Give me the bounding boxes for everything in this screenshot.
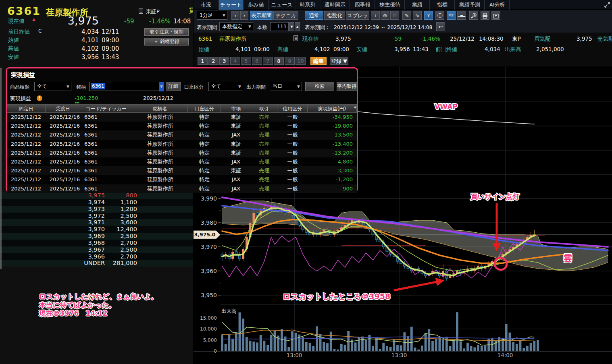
pnl-cell: 2025/12/16 — [46, 175, 80, 184]
export-window-icon[interactable] — [491, 11, 500, 20]
ladder-row[interactable]: 3,9741,100 — [0, 199, 193, 206]
info-field: 25/12/12 — [450, 35, 475, 42]
wrench-icon[interactable] — [469, 11, 478, 20]
preset-button-2[interactable]: 2 — [208, 57, 219, 65]
tab-歩み値[interactable]: 歩み値 — [244, 0, 269, 10]
tab-四季報[interactable]: 四季報 — [350, 0, 375, 10]
preset-button-1[interactable]: 1 — [198, 57, 208, 65]
pnl-column-header[interactable]: 銘柄名 — [132, 105, 188, 112]
svg-text:10,000: 10,000 — [200, 326, 217, 332]
scroll-up-icon[interactable]: ▲ — [354, 105, 356, 109]
display-period-button[interactable]: 表示期間 — [250, 11, 273, 20]
pnl-column-header[interactable]: 口座区分 — [188, 105, 221, 112]
crosshair-icon[interactable]: ＋ — [371, 11, 380, 20]
pnl-table-row[interactable]: 2025/12/122025/12/166361荏原製作所特定東証売埋一般-13… — [7, 149, 357, 157]
pencil-icon[interactable]: ✎ — [402, 11, 411, 20]
tab-指標[interactable]: 指標 — [430, 0, 455, 10]
pnl-column-header[interactable]: 受渡日 — [46, 105, 80, 112]
ladder-row[interactable]: UNDER281,000 — [0, 260, 193, 267]
ladder-row[interactable]: 3,9672,500 — [0, 246, 193, 253]
preset-button-6[interactable]: 6 — [252, 57, 262, 65]
trade-warning-button[interactable]: 取引注意・規制 — [144, 28, 189, 36]
preset-button-9[interactable]: 9 — [285, 57, 295, 65]
prev-button[interactable]: ‹ — [231, 11, 239, 20]
tab-株主優待[interactable]: 株主優待 — [375, 0, 405, 10]
info-icon[interactable]: ⓘ — [435, 11, 444, 20]
ladder-row[interactable]: 3,9682,700 — [0, 240, 193, 246]
timeframe-select[interactable]: 1分足▼ — [197, 11, 227, 20]
preset-button-3[interactable]: 3 — [219, 57, 229, 65]
pnl-table-row[interactable]: 2025/12/122025/12/166361荏原製作所特定東証売埋一般-3,… — [7, 166, 357, 175]
avg-price-button[interactable]: 平均取得価額小計 — [337, 82, 357, 91]
ladder-row[interactable]: 3,9662,700 — [0, 253, 193, 260]
ladder-row[interactable]: 3,97012,400 — [0, 226, 193, 233]
quote-row-tag: C — [38, 28, 42, 34]
tab-業績[interactable]: 業績 — [405, 0, 430, 10]
pnl-table-row[interactable]: 2025/12/122025/12/166361荏原製作所特定東証売埋一般-19… — [7, 122, 357, 130]
count-input[interactable]: 111 — [270, 22, 289, 31]
ladder-row[interactable]: 3,9722,500 — [0, 213, 193, 219]
technical-button[interactable]: テクニカル — [273, 11, 298, 20]
pnl-cell: 荏原製作所 — [132, 166, 188, 175]
zoom-in-icon[interactable]: ⊕ — [381, 11, 389, 20]
ladder-volume: 281,000 — [113, 260, 137, 266]
order-book-ladder: 3,9758003,9741,1003,9731,2003,9722,5003,… — [0, 192, 193, 267]
preset-button-10[interactable]: 10 — [296, 57, 306, 65]
add-symbol-button[interactable]: ＋ 銘柄登録 — [144, 38, 189, 46]
tab-ニュース[interactable]: ニュース — [269, 0, 295, 10]
pnl-cell: 2025/12/16 — [46, 157, 80, 166]
spread-button[interactable]: スプレッド — [346, 11, 369, 20]
pnl-table-row[interactable]: 2025/12/122025/12/166361荏原製作所特定東証売埋一般-34… — [7, 113, 357, 122]
pnl-column-header[interactable]: コード/ティッカー — [80, 105, 132, 112]
printer-icon[interactable] — [481, 11, 489, 20]
pnl-table-row[interactable]: 2025/12/122025/12/166361荏原製作所特定JAX売埋一般-4… — [7, 157, 357, 166]
output-period-select[interactable]: 当日▼ — [270, 82, 302, 91]
search-button[interactable]: 検索 — [305, 82, 334, 91]
tab-チャート[interactable]: チャート — [219, 0, 244, 10]
detail-button[interactable]: 詳細 — [166, 82, 181, 91]
tab-業績予測[interactable]: 業績予測 — [455, 0, 485, 10]
ladder-row[interactable]: 3,9731,200 — [0, 206, 193, 213]
tab-適時開示[interactable]: 適時開示 — [320, 0, 350, 10]
next-button[interactable]: › — [240, 11, 248, 20]
product-type-select[interactable]: 全て▼ — [34, 82, 71, 91]
pnl-table-row[interactable]: 2025/12/122025/12/166361荏原製作所特定JAX売埋一般-1… — [7, 175, 357, 184]
ladder-row[interactable]: 3,9692,500 — [0, 233, 193, 240]
svg-text:3,970: 3,970 — [201, 244, 217, 250]
symbol-input[interactable]: 6361▼ — [89, 82, 164, 91]
pnl-column-header[interactable]: 信用区分 — [277, 105, 308, 112]
expand-icon[interactable] — [604, 2, 610, 8]
pnl-column-header[interactable]: 市場 — [221, 105, 251, 112]
ladder-row[interactable]: 3,9713,600 — [0, 219, 193, 226]
pnl-column-header[interactable]: 実現損益(円) — [308, 105, 357, 112]
preset-button-8[interactable]: 8 — [274, 57, 284, 65]
realized-pnl-popup[interactable]: 実現損益 商品種類 全て▼ 銘柄 6361▼ 詳細 口座区分 全て▼ 出力期間 … — [6, 67, 358, 192]
preset-button-5[interactable]: 5 — [241, 57, 251, 65]
pnl-column-header[interactable]: 取引 — [251, 105, 277, 112]
pnl-cell: 売埋 — [251, 175, 277, 184]
my-indicator-icon[interactable]: MY — [447, 11, 456, 20]
count-down-button[interactable]: ▼ — [289, 22, 294, 31]
period-mode-select[interactable]: 本数指定▼ — [219, 22, 253, 31]
tab-AI分析[interactable]: AI分析 — [485, 0, 510, 10]
trendline-icon[interactable]: ∿ — [413, 11, 422, 20]
preset-button-7[interactable]: 7 — [263, 57, 273, 65]
register-button[interactable]: 登録 ▼ — [330, 57, 348, 65]
indexed-button[interactable]: 指数化 — [324, 11, 345, 20]
pnl-table-row[interactable]: 2025/12/122025/12/166361荏原製作所特定東証売埋一般-13… — [7, 140, 357, 149]
preset-button-4[interactable]: 4 — [230, 57, 240, 65]
quote-row-label: 安値 — [8, 54, 19, 61]
account-select[interactable]: 全て▼ — [208, 82, 243, 91]
pnl-table-row[interactable]: 2025/12/122025/12/166361荏原製作所特定JAX売埋一般-1… — [7, 130, 357, 139]
tab-時系列[interactable]: 時系列 — [295, 0, 320, 10]
yen-icon[interactable]: ¥ — [424, 11, 433, 20]
tab-市況[interactable]: 市況 — [194, 0, 219, 10]
edit-button[interactable]: 編集 — [310, 57, 327, 65]
reset-range-button[interactable]: ↩ — [436, 22, 445, 31]
area-chart-icon[interactable]: ▂▅▃ — [457, 11, 466, 20]
pnl-table-row[interactable]: 2025/12/122025/12/166361荏原製作所特定JAX売埋一般-9… — [7, 184, 357, 193]
pnl-column-header[interactable]: 約定日 — [7, 105, 46, 112]
normal-button[interactable]: 通常 — [305, 11, 323, 20]
zoom-out-icon[interactable]: ⊖ — [390, 11, 399, 20]
count-up-button[interactable]: ▲ — [295, 22, 300, 31]
